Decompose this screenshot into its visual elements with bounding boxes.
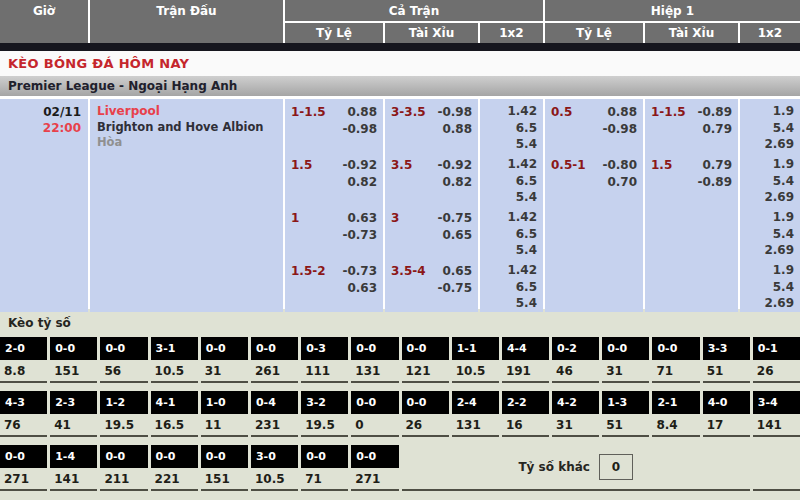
ft-over-under-cell[interactable]: 3-3.5-0.980.88 <box>385 99 478 153</box>
h1-handicap-odd-bottom: 0.70 <box>551 174 637 191</box>
ft-1x2-cell[interactable]: 1.426.55.4 <box>480 205 543 259</box>
score-bet-cell[interactable]: 0-056 <box>100 337 147 383</box>
score-bet-cell[interactable]: 0-0151 <box>201 445 248 491</box>
score-value: 3-2 <box>301 391 348 414</box>
ft-over-under-cell[interactable]: 3.5-40.65-0.75 <box>385 258 478 312</box>
score-bet-cell[interactable]: 0-0121 <box>402 337 449 383</box>
h1-1x2-cell[interactable]: 1.95.42.69 <box>740 205 800 259</box>
score-bet-cell[interactable]: 0-246 <box>552 337 599 383</box>
ft-1x2-cell[interactable]: 1.426.55.4 <box>480 258 543 312</box>
ft-handicap-cell[interactable]: 1.5-0.920.82 <box>285 152 383 206</box>
ft-1x2-away-odd: 5.4 <box>480 242 537 259</box>
score-odd-value: 271 <box>0 468 47 489</box>
score-bet-cell[interactable]: 0-0271 <box>351 445 398 491</box>
score-odd-value: 151 <box>201 468 248 489</box>
ft-handicap-odd-bottom: -0.73 <box>291 227 377 244</box>
h1-1x2-cell[interactable]: 1.95.42.69 <box>740 258 800 312</box>
ft-1x2-cell[interactable]: 1.426.55.4 <box>480 99 543 153</box>
h1-handicap-cell[interactable]: 0.5-1-0.800.70 <box>545 152 643 206</box>
score-bet-cell[interactable]: 0-126 <box>753 337 800 383</box>
other-score-input[interactable]: 0 <box>599 454 633 480</box>
score-bet-cell[interactable]: 3-110.5 <box>151 337 198 383</box>
score-bet-cell[interactable]: 1-4141 <box>50 445 97 491</box>
score-value: 0-1 <box>753 337 800 360</box>
score-bet-cell[interactable]: 4-017 <box>703 391 750 437</box>
score-bet-cell[interactable]: 0-071 <box>652 337 699 383</box>
score-value: 0-3 <box>301 337 348 360</box>
score-bet-cell[interactable]: 4-4191 <box>502 337 549 383</box>
ft-over-under-cell[interactable]: 3.5-0.920.82 <box>385 152 478 206</box>
score-bet-cell[interactable]: 3-010.5 <box>251 445 298 491</box>
score-bet-cell[interactable]: 0-0221 <box>151 445 198 491</box>
score-value: 0-0 <box>351 445 398 468</box>
score-odd-value: 211 <box>100 468 147 489</box>
h1-1x2-home-odd: 1.9 <box>740 103 794 120</box>
score-bet-cell[interactable]: 0-0271 <box>0 445 47 491</box>
divider-strip <box>0 43 800 51</box>
score-odd-value: 46 <box>552 360 599 381</box>
score-bet-cell[interactable]: 0-3111 <box>301 337 348 383</box>
h1-handicap-line: 0.5 <box>551 104 572 121</box>
score-bet-cell[interactable]: 2-4131 <box>452 391 499 437</box>
score-bet-cell[interactable]: 3-351 <box>703 337 750 383</box>
ft-over-under-cell[interactable]: 3-0.750.65 <box>385 205 478 259</box>
ft-handicap-line: 1.5 <box>291 157 312 174</box>
score-odd-value: 76 <box>0 414 47 435</box>
h1-over-under-cell[interactable]: 1.50.79-0.89 <box>645 152 738 206</box>
score-bet-cell[interactable]: 1-110.5 <box>452 337 499 383</box>
score-bet-cell[interactable]: 0-4231 <box>251 391 298 437</box>
score-bet-cell[interactable]: 2-341 <box>50 391 97 437</box>
ft-1x2-cell[interactable]: 1.426.55.4 <box>480 152 543 206</box>
h1-handicap-cell <box>545 258 643 312</box>
score-bet-cell[interactable]: 1-011 <box>201 391 248 437</box>
h1-handicap-odd-bottom: -0.98 <box>551 121 637 138</box>
h1-1x2-home-odd: 1.9 <box>740 209 794 226</box>
score-bet-cell[interactable]: 0-00 <box>351 391 398 437</box>
ft-over-under-odd-bottom: 0.82 <box>391 174 472 191</box>
h1-1x2-cell[interactable]: 1.95.42.69 <box>740 99 800 153</box>
h1-1x2-cell[interactable]: 1.95.42.69 <box>740 152 800 206</box>
score-bet-cell[interactable]: 0-071 <box>301 445 348 491</box>
score-bet-cell[interactable]: 1-351 <box>602 391 649 437</box>
score-bet-cell[interactable]: 0-0261 <box>251 337 298 383</box>
score-odd-value: 10.5 <box>251 468 298 489</box>
h1-over-under-top-line: 1-1.5-0.89 <box>651 104 732 121</box>
score-odd-value: 10.5 <box>151 360 198 381</box>
score-bet-cell[interactable]: 0-026 <box>402 391 449 437</box>
h1-1x2-draw-odd: 5.4 <box>740 120 794 137</box>
other-score-label: Tỷ số khác <box>518 460 589 474</box>
h1-over-under-cell <box>645 258 738 312</box>
score-bet-cell[interactable]: 0-0151 <box>50 337 97 383</box>
score-bet-cell[interactable]: 3-4141 <box>753 391 800 437</box>
score-bet-cell[interactable]: 0-0211 <box>100 445 147 491</box>
score-value: 0-2 <box>552 337 599 360</box>
score-bet-cell[interactable]: 0-031 <box>602 337 649 383</box>
score-odd-value: 51 <box>703 360 750 381</box>
odds-row: 1.5-2-0.730.633.5-40.65-0.751.426.55.41.… <box>0 258 800 309</box>
ft-handicap-cell[interactable]: 10.63-0.73 <box>285 205 383 259</box>
ft-1x2-away-odd: 5.4 <box>480 136 537 153</box>
match-time-cell <box>0 258 88 312</box>
score-value: 1-0 <box>201 391 248 414</box>
h1-over-under-cell[interactable]: 1-1.5-0.890.79 <box>645 99 738 153</box>
score-bet-cell[interactable]: 4-116.5 <box>151 391 198 437</box>
score-odd-value: 141 <box>753 414 800 435</box>
score-bet-cell[interactable]: 2-08.8 <box>0 337 47 383</box>
score-value: 0-0 <box>151 445 198 468</box>
score-bet-cell[interactable]: 4-231 <box>552 391 599 437</box>
score-bet-cell[interactable]: 2-18.4 <box>652 391 699 437</box>
score-bet-cell[interactable]: 2-216 <box>502 391 549 437</box>
h1-handicap-cell[interactable]: 0.50.88-0.98 <box>545 99 643 153</box>
score-value: 0-0 <box>100 337 147 360</box>
ft-handicap-cell[interactable]: 1-1.50.88-0.98 <box>285 99 383 153</box>
ft-1x2-away-odd: 5.4 <box>480 295 537 312</box>
score-row: 4-3762-3411-219.54-116.51-0110-42313-219… <box>0 391 800 437</box>
score-bet-cell[interactable]: 4-376 <box>0 391 47 437</box>
h1-handicap-cell <box>545 205 643 259</box>
score-bet-cell[interactable]: 3-219.5 <box>301 391 348 437</box>
score-bet-cell[interactable]: 0-0131 <box>351 337 398 383</box>
score-bet-cell[interactable]: 0-031 <box>201 337 248 383</box>
ft-1x2-draw-odd: 6.5 <box>480 226 537 243</box>
score-bet-cell[interactable]: 1-219.5 <box>100 391 147 437</box>
ft-handicap-cell[interactable]: 1.5-2-0.730.63 <box>285 258 383 312</box>
